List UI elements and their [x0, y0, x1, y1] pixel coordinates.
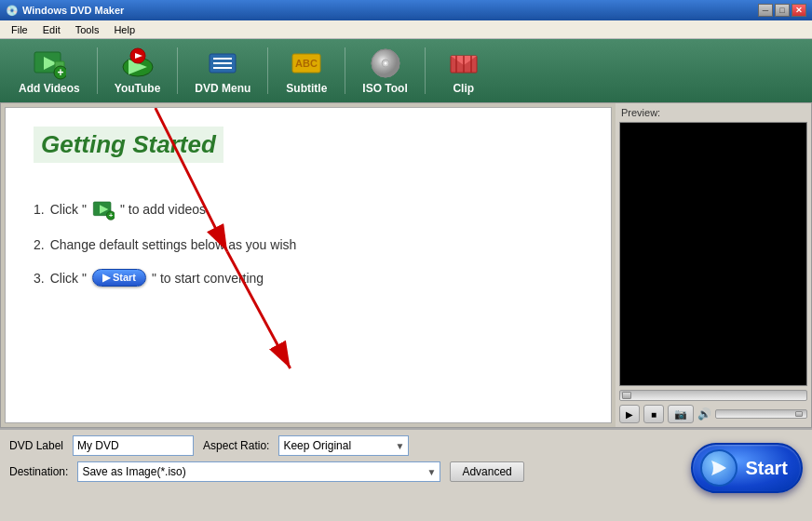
clip-label: Clip — [453, 82, 474, 95]
destination-dropdown[interactable]: Save as Image(*.iso) ▼ — [77, 461, 440, 482]
preview-progress-slider[interactable] — [619, 390, 807, 401]
camera-button[interactable]: 📷 — [668, 405, 694, 423]
preview-progress-row — [619, 390, 807, 401]
sep1 — [97, 47, 98, 94]
sep4 — [345, 47, 345, 94]
window-title: Windows DVD Maker — [22, 5, 124, 16]
subtitle-icon: ABC — [290, 47, 323, 80]
add-video-inline-icon: + — [92, 198, 115, 220]
toolbar: + Add Videos ▶ YouTube — [0, 39, 812, 102]
toolbar-add-videos[interactable]: + Add Videos — [7, 43, 91, 99]
volume-thumb — [795, 411, 803, 417]
aspect-ratio-arrow: ▼ — [396, 441, 405, 451]
sep5 — [425, 47, 426, 94]
add-videos-label: Add Videos — [19, 82, 80, 95]
close-button[interactable]: ✕ — [792, 4, 806, 17]
add-videos-icon: + — [33, 47, 66, 80]
bottom-bar: DVD Label Aspect Ratio: Keep Original ▼ … — [0, 429, 812, 488]
start-btn-label: Start — [745, 458, 788, 479]
step-3: 3. Click " ▶ Start " to start converting — [34, 269, 583, 287]
sep3 — [267, 47, 268, 94]
window-controls: ─ □ ✕ — [758, 4, 806, 17]
dvd-label-label: DVD Label — [9, 439, 63, 452]
start-btn-icon — [700, 449, 738, 487]
play-button[interactable]: ▶ — [619, 405, 640, 423]
svg-text:+: + — [109, 211, 114, 220]
destination-label: Destination: — [9, 465, 68, 478]
toolbar-dvd-menu[interactable]: DVD Menu — [183, 43, 262, 99]
aspect-ratio-dropdown[interactable]: Keep Original ▼ — [278, 435, 409, 456]
step-2: 2. Change default settings below as you … — [34, 237, 583, 252]
step-3-pre: Click " — [50, 271, 87, 286]
app-icon: 💿 — [6, 4, 19, 17]
step-1-post: " to add videos — [120, 202, 206, 217]
bottom-row-1: DVD Label Aspect Ratio: Keep Original ▼ — [9, 435, 803, 456]
svg-text:ABC: ABC — [295, 58, 318, 69]
preview-panel: Preview: ▶ ■ 📷 🔊 — [616, 103, 811, 427]
toolbar-iso-tool[interactable]: ISO Tool — [351, 43, 418, 99]
volume-slider[interactable] — [715, 409, 807, 419]
step-3-num: 3. — [34, 271, 45, 286]
toolbar-clip[interactable]: Clip — [431, 43, 496, 99]
subtitle-label: Subtitle — [286, 82, 327, 95]
preview-btn-row: ▶ ■ 📷 🔊 — [619, 405, 807, 423]
menu-tools[interactable]: Tools — [68, 22, 107, 37]
youtube-icon: ▶ — [121, 47, 155, 80]
step-1-num: 1. — [34, 202, 45, 217]
stop-button[interactable]: ■ — [643, 405, 664, 423]
iso-icon — [369, 47, 402, 80]
svg-point-19 — [384, 62, 386, 65]
toolbar-youtube[interactable]: ▶ YouTube — [103, 43, 172, 99]
destination-value: Save as Image(*.iso) — [82, 465, 185, 478]
menu-file[interactable]: File — [4, 22, 35, 37]
content-panel: Getting Started 1. Click " + " to add vi… — [5, 107, 612, 423]
clip-icon — [447, 47, 480, 80]
aspect-ratio-value: Keep Original — [283, 439, 351, 452]
youtube-label: YouTube — [115, 82, 161, 95]
start-inline-button: ▶ Start — [92, 269, 146, 287]
destination-arrow: ▼ — [426, 467, 436, 477]
iso-tool-label: ISO Tool — [362, 82, 407, 95]
progress-thumb — [622, 392, 631, 399]
maximize-button[interactable]: □ — [775, 4, 790, 17]
step-1-pre: Click " — [50, 202, 87, 217]
bottom-row-2: Destination: Save as Image(*.iso) ▼ Adva… — [9, 461, 803, 482]
step-3-post: " to start converting — [152, 271, 264, 286]
start-big-button[interactable]: Start — [691, 443, 803, 493]
getting-started-title: Getting Started — [34, 127, 223, 163]
toolbar-subtitle[interactable]: ABC Subtitle — [274, 43, 339, 99]
step-2-text: 2. — [34, 237, 45, 252]
preview-screen — [619, 122, 807, 386]
main-area: Getting Started 1. Click " + " to add vi… — [0, 102, 812, 428]
dvd-label-input[interactable] — [73, 435, 194, 456]
step-2-content: Change default settings below as you wis… — [50, 237, 297, 252]
title-bar: 💿 Windows DVD Maker ─ □ ✕ — [0, 0, 812, 20]
minimize-button[interactable]: ─ — [758, 4, 773, 17]
menu-help[interactable]: Help — [106, 22, 142, 37]
bottom-wrapper: DVD Label Aspect Ratio: Keep Original ▼ … — [0, 428, 812, 501]
menu-edit[interactable]: Edit — [35, 22, 68, 37]
preview-controls: ▶ ■ 📷 🔊 — [619, 390, 807, 423]
svg-text:+: + — [57, 66, 63, 79]
volume-icon: 🔊 — [697, 407, 711, 421]
advanced-button[interactable]: Advanced — [450, 461, 523, 482]
step-1: 1. Click " + " to add videos — [34, 198, 583, 220]
sep2 — [177, 47, 178, 94]
dvd-menu-label: DVD Menu — [195, 82, 250, 95]
dvd-menu-icon — [206, 47, 239, 80]
preview-label: Preview: — [619, 107, 807, 118]
getting-started: Getting Started 1. Click " + " to add vi… — [6, 108, 611, 322]
aspect-ratio-label: Aspect Ratio: — [203, 439, 269, 452]
menu-bar: File Edit Tools Help — [0, 20, 812, 39]
